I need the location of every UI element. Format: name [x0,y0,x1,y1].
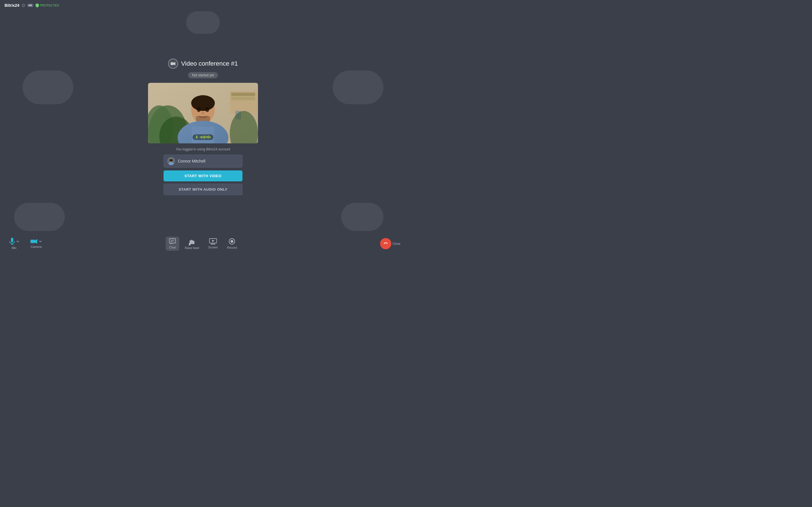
logo-text: Bitrix24 [4,3,19,8]
conference-header: Video conference #1 [168,59,238,69]
raise-hand-label: Raise hand [185,246,199,249]
protected-badge: PROTECTED [36,3,59,7]
mic-label: Mic [11,246,16,249]
protected-label: PROTECTED [40,4,59,7]
toolbar-left: Mic Camera [6,236,45,251]
phone-end-icon [384,241,388,246]
user-name-box: Connor Mitchell [163,155,243,168]
video-icon-circle [168,59,178,69]
raise-hand-icon [189,238,195,245]
header: Bitrix24 i HD PROTECTED [0,0,63,10]
screen-icon [209,238,217,244]
svg-marker-3 [174,62,175,65]
chat-label: Chat [169,245,175,249]
cloud-left [22,70,73,104]
info-icon: i [22,4,25,7]
video-camera-icon [170,62,175,66]
screen-button[interactable]: Screen [205,237,221,251]
close-button[interactable] [380,238,391,249]
conference-title: Video conference #1 [181,60,238,67]
chat-icon [169,238,176,244]
status-badge: Not started yet [188,72,218,78]
screen-label: Screen [208,245,218,249]
audio-indicator [193,134,213,140]
svg-rect-21 [196,135,197,138]
svg-marker-31 [35,239,37,244]
cloud-top [186,11,220,34]
svg-point-15 [197,107,201,112]
svg-rect-2 [170,62,174,65]
camera-label: Camera [31,245,42,248]
svg-rect-27 [11,238,13,242]
record-button[interactable]: Record [223,236,240,251]
raise-hand-button[interactable]: Raise hand [182,236,203,251]
toolbar-center: Chat Raise hand Screen [166,236,241,251]
start-video-button[interactable]: START WITH VIDEO [163,170,243,181]
start-audio-button[interactable]: START WITH AUDIO ONLY [163,184,243,195]
svg-point-16 [205,107,209,112]
shield-icon [36,3,39,7]
camera-chevron-icon [39,240,42,242]
record-icon [229,238,236,245]
bottom-toolbar: Mic Camera Ch [0,234,406,253]
toolbar-right: Close [380,238,400,249]
svg-rect-38 [193,241,195,244]
close-label: Close [393,242,400,245]
chat-button[interactable]: Chat [166,237,179,251]
camera-button[interactable]: Camera [27,237,45,250]
svg-rect-32 [169,238,175,243]
login-info: You logged in using Bitrix24 account [175,147,230,151]
mic-indicator-icon [195,135,198,139]
mic-button[interactable]: Mic [6,236,22,251]
svg-text:i: i [23,4,24,6]
svg-rect-37 [192,240,193,244]
svg-rect-9 [231,93,255,96]
hd-badge: HD [28,4,33,7]
mic-chevron-icon [16,240,19,242]
cloud-right [333,70,384,104]
svg-point-46 [231,240,234,243]
mic-icon [9,238,15,245]
svg-rect-10 [231,97,255,100]
svg-rect-36 [191,240,192,244]
camera-icon [31,239,38,244]
video-preview [148,83,258,144]
svg-point-14 [191,95,215,111]
svg-marker-44 [212,240,214,242]
user-name: Connor Mitchell [178,159,205,163]
record-label: Record [227,246,237,249]
svg-point-17 [202,112,204,114]
cloud-bottom-right [341,203,384,231]
cloud-bottom-left [14,203,65,231]
avatar [167,157,175,165]
svg-rect-30 [31,240,35,243]
svg-rect-39 [189,243,191,245]
audio-bars [200,135,211,139]
svg-point-25 [169,159,173,162]
